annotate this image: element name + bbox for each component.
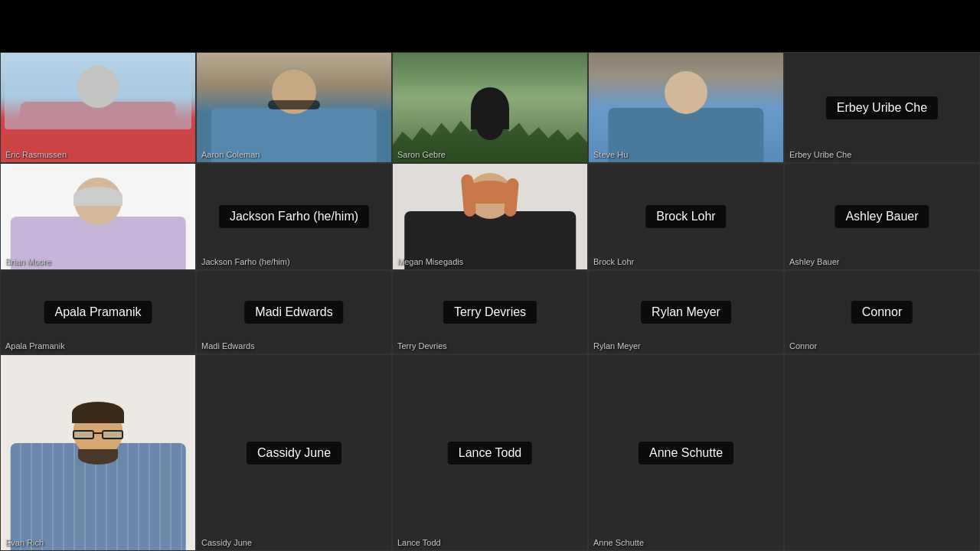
participant-cell-madi[interactable]: Madi Edwards Madi Edwards (196, 270, 392, 354)
participant-cell-rylan[interactable]: Rylan Meyer Rylan Meyer (588, 270, 784, 354)
participant-label-madi: Madi Edwards (244, 301, 343, 324)
participant-label-erbey: Erbey Uribe Che (826, 96, 938, 119)
participant-name-saron-gebre: Saron Gebre (397, 150, 446, 159)
participant-name-connor: Connor (789, 341, 817, 350)
participant-name-aaron-coleman: Aaron Coleman (201, 150, 260, 159)
participant-name-brian-moore: Brian Moore (5, 257, 51, 266)
participant-name-erbey: Erbey Uribe Che (789, 150, 851, 159)
participant-name-jackson: Jackson Farho (he/him) (201, 257, 290, 266)
row-2: Brian Moore Jackson Farho (he/him) Jacks… (0, 163, 980, 270)
participant-cell-lance-todd[interactable]: Lance Todd Lance Todd (392, 354, 588, 551)
participant-label-anne: Anne Schutte (639, 442, 733, 465)
participant-label-brock: Brock Lohr (645, 205, 726, 228)
participant-cell-megan-misegadis[interactable]: Megan Misegadis (392, 163, 588, 270)
row-1: Eric Rasmussen Aaron Coleman Saron Gebre (0, 52, 980, 163)
participant-name-anne: Anne Schutte (593, 538, 644, 547)
participant-name-megan: Megan Misegadis (397, 257, 463, 266)
participant-cell-brock-lohr[interactable]: Brock Lohr Brock Lohr (588, 163, 784, 270)
top-bar (0, 0, 980, 52)
participant-cell-brian-moore[interactable]: Brian Moore (0, 163, 196, 270)
participant-name-lance: Lance Todd (397, 538, 441, 547)
participant-name-terry: Terry Devries (397, 341, 447, 350)
participant-cell-empty (784, 354, 980, 551)
participant-label-cassidy: Cassidy June (247, 442, 341, 465)
participant-label-jackson: Jackson Farho (he/him) (219, 205, 369, 228)
participant-cell-evan-rich[interactable]: Evan Rich (0, 354, 196, 551)
participant-cell-terry[interactable]: Terry Devries Terry Devries (392, 270, 588, 354)
participant-cell-ashley-bauer[interactable]: Ashley Bauer Ashley Bauer (784, 163, 980, 270)
participant-cell-connor[interactable]: Connor Connor (784, 270, 980, 354)
participant-label-connor: Connor (851, 301, 913, 324)
participant-cell-apala[interactable]: Apala Pramanik Apala Pramanik (0, 270, 196, 354)
participant-cell-steve-hu[interactable]: Steve Hu (588, 52, 784, 163)
participant-name-apala: Apala Pramanik (5, 341, 65, 350)
participant-name-evan-rich: Evan Rich (5, 538, 44, 547)
participant-cell-eric-rasmussen[interactable]: Eric Rasmussen (0, 52, 196, 163)
participant-label-lance: Lance Todd (448, 442, 532, 465)
participant-name-ashley: Ashley Bauer (789, 257, 839, 266)
row-3: Apala Pramanik Apala Pramanik Madi Edwar… (0, 270, 980, 354)
participant-name-brock: Brock Lohr (593, 257, 634, 266)
participant-cell-jackson-farho[interactable]: Jackson Farho (he/him) Jackson Farho (he… (196, 163, 392, 270)
participant-label-terry: Terry Devries (443, 301, 537, 324)
participant-cell-anne-schutte[interactable]: Anne Schutte Anne Schutte (588, 354, 784, 551)
video-grid: Eric Rasmussen Aaron Coleman Saron Gebre (0, 0, 980, 551)
participant-cell-erbey-uribe-che[interactable]: Erbey Uribe Che Erbey Uribe Che (784, 52, 980, 163)
participant-name-steve-hu: Steve Hu (593, 150, 628, 159)
participant-label-apala: Apala Pramanik (44, 301, 152, 324)
participant-label-rylan: Rylan Meyer (641, 301, 731, 324)
participant-name-cassidy: Cassidy June (201, 538, 252, 547)
participant-name-eric-rasmussen: Eric Rasmussen (5, 150, 67, 159)
participant-label-ashley: Ashley Bauer (835, 205, 929, 228)
participant-name-madi: Madi Edwards (201, 341, 255, 350)
row-4: Evan Rich Cassidy June Cassidy June Lanc… (0, 354, 980, 551)
participant-cell-saron-gebre[interactable]: Saron Gebre (392, 52, 588, 163)
participant-name-rylan: Rylan Meyer (593, 341, 641, 350)
participant-cell-cassidy-june[interactable]: Cassidy June Cassidy June (196, 354, 392, 551)
participant-cell-aaron-coleman[interactable]: Aaron Coleman (196, 52, 392, 163)
